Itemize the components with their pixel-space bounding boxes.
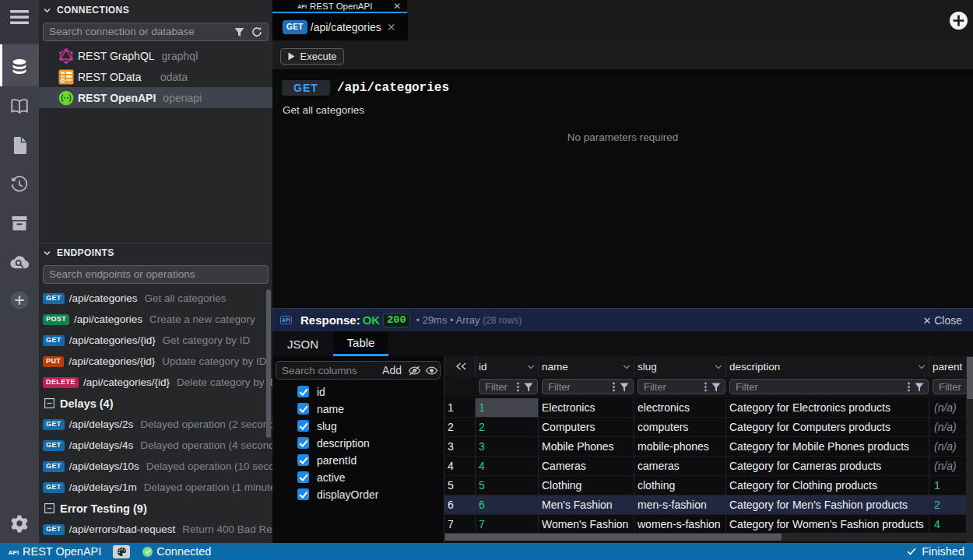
- svg-text:API: API: [282, 317, 290, 323]
- svg-text:API: API: [9, 549, 19, 556]
- svg-text:API: API: [297, 4, 307, 9]
